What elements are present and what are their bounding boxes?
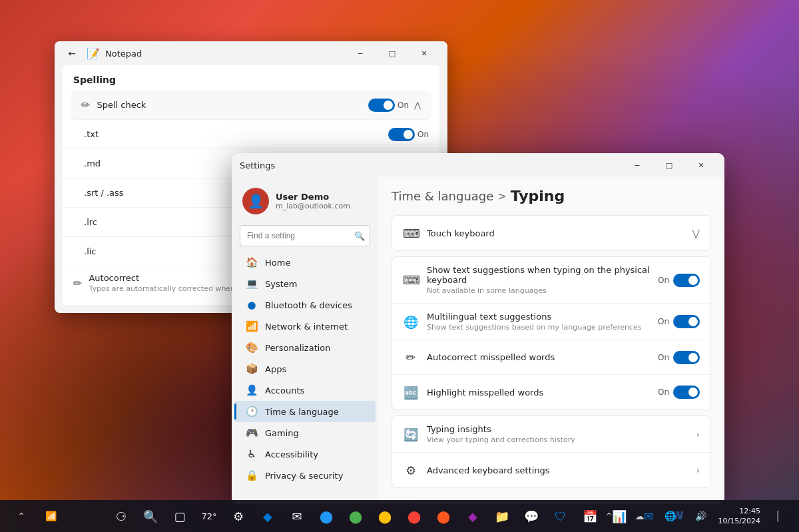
accounts-icon: 👤 (245, 384, 258, 396)
txt-toggle-track[interactable] (388, 128, 415, 141)
system-icon: 💻 (245, 278, 258, 290)
autocorrect-misspelled-row: ✏ Autocorrect misspelled words On (392, 340, 710, 375)
taskbar-network-icon[interactable]: 🌐 (657, 503, 684, 529)
taskbar-weather-icon[interactable]: 72° (196, 503, 222, 529)
close-button[interactable]: ✕ (409, 43, 439, 64)
touch-keyboard-title: Touch keyboard (427, 228, 692, 238)
sidebar-item-privacy[interactable]: 🔒 Privacy & security (234, 465, 376, 486)
sidebar-item-home[interactable]: 🏠 Home (234, 252, 376, 273)
sidebar-item-system[interactable]: 💻 System (234, 273, 376, 294)
touch-keyboard-row[interactable]: ⌨ Touch keyboard ⋁ (392, 216, 710, 250)
settings-maximize-button[interactable]: □ (654, 154, 684, 176)
sidebar-item-gaming[interactable]: 🎮 Gaming (234, 422, 376, 443)
advanced-keyboard-icon: ⚙ (403, 463, 419, 477)
taskbar-shield-icon[interactable]: 🛡 (547, 503, 574, 529)
sidebar-item-time[interactable]: 🕐 Time & language (234, 401, 376, 422)
text-suggestions-toggle-track[interactable] (673, 274, 700, 287)
taskbar-time: 12:45 (718, 506, 760, 516)
autocorrect-misspelled-toggle-track[interactable] (673, 351, 700, 364)
taskbar-start-icon[interactable]: ⚆ (108, 503, 134, 529)
maximize-button[interactable]: □ (377, 43, 407, 64)
highlight-misspelled-toggle[interactable] (673, 386, 700, 399)
autocorrect-misspelled-icon: ✏ (403, 350, 419, 364)
sidebar-item-apps[interactable]: 📦 Apps (234, 358, 376, 380)
search-input[interactable] (240, 225, 370, 246)
breadcrumb-parent[interactable]: Time & language (392, 189, 493, 203)
sidebar-item-label-time: Time & language (265, 407, 339, 417)
txt-toggle[interactable]: On (388, 128, 429, 141)
minimize-button[interactable]: − (345, 43, 376, 64)
text-suggestions-info: Show text suggestions when typing on the… (427, 265, 658, 295)
sidebar-item-label-bluetooth: Bluetooth & devices (265, 300, 352, 310)
user-info: User Demo m_lab@outlook.com (276, 192, 368, 210)
taskbar-chevron-icon[interactable]: ⌃ (8, 503, 35, 529)
autocorrect-misspelled-state: On (658, 353, 669, 362)
taskbar-red-icon[interactable]: ⬤ (401, 503, 427, 529)
advanced-keyboard-title: Advanced keyboard settings (427, 465, 696, 475)
highlight-misspelled-toggle-track[interactable] (673, 386, 700, 399)
home-icon: 🏠 (245, 256, 258, 268)
taskbar-show-desktop-icon[interactable]: │ (764, 503, 791, 529)
taskbar-left: ⌃ 📶 (8, 503, 64, 529)
taskbar-green-icon[interactable]: ⬤ (342, 503, 369, 529)
typing-insights-row[interactable]: 🔄 Typing insights View your typing and c… (392, 416, 710, 453)
taskbar-clock[interactable]: 12:45 10/15/2024 (718, 506, 760, 527)
taskbar-onedrive-icon[interactable]: ☁ (627, 503, 653, 529)
settings-close-button[interactable]: ✕ (686, 154, 716, 176)
advanced-keyboard-row[interactable]: ⚙ Advanced keyboard settings › (392, 453, 710, 487)
taskbar-folder-icon[interactable]: 📁 (489, 503, 515, 529)
taskbar-right: ⌃ ☁ 🌐 🔊 12:45 10/15/2024 │ (596, 503, 791, 529)
sidebar-item-label-home: Home (265, 258, 290, 268)
multilingual-toggle-track[interactable] (673, 315, 700, 328)
notepad-title: Notepad (105, 49, 340, 59)
autocorrect-misspelled-toggle[interactable] (673, 351, 700, 364)
sidebar-item-accounts[interactable]: 👤 Accounts (234, 380, 376, 401)
autocorrect-misspelled-toggle-thumb (688, 353, 698, 362)
multilingual-title: Multilingual text suggestions (427, 312, 658, 322)
spellcheck-state: On (398, 101, 409, 110)
multilingual-toggle[interactable] (673, 315, 700, 328)
taskbar-purple-icon[interactable]: ◆ (459, 503, 486, 529)
txt-state: On (417, 130, 429, 139)
sidebar-item-label-privacy: Privacy & security (265, 471, 343, 481)
notepad-icon: 📝 (87, 47, 100, 60)
sidebar-item-label-accounts: Accounts (265, 386, 304, 396)
sidebar-item-personalization[interactable]: 🎨 Personalization (234, 337, 376, 358)
sidebar-item-network[interactable]: 📶 Network & internet (234, 316, 376, 337)
taskbar-search-icon[interactable]: 🔍 (137, 503, 164, 529)
back-button[interactable]: ← (63, 44, 81, 63)
sidebar-item-label-accessibility: Accessibility (265, 449, 318, 459)
taskbar-network-tray-icon[interactable]: 📶 (37, 503, 64, 529)
taskbar-chat-icon[interactable]: 💬 (518, 503, 545, 529)
taskbar-overflow-icon[interactable]: ⌃ (596, 503, 623, 529)
text-suggestions-toggle[interactable] (673, 274, 700, 287)
highlight-misspelled-icon: 🔤 (403, 386, 419, 399)
taskbar-settings-icon[interactable]: ⚙ (225, 503, 252, 529)
taskbar-volume-icon[interactable]: 🔊 (688, 503, 714, 529)
taskbar-edge-icon[interactable]: ◆ (254, 503, 281, 529)
user-email: m_lab@outlook.com (276, 202, 368, 210)
taskbar-orange-icon[interactable]: ⬤ (430, 503, 457, 529)
sidebar-item-accessibility[interactable]: ♿ Accessibility (234, 443, 376, 465)
spellcheck-toggle-track[interactable] (368, 99, 395, 112)
highlight-misspelled-info: Highlight misspelled words (427, 388, 658, 398)
taskbar-task-view-icon[interactable]: ▢ (166, 503, 193, 529)
sidebar-item-label-system: System (265, 279, 297, 289)
taskbar-blue-icon[interactable]: ⬤ (313, 503, 340, 529)
text-suggestions-state: On (658, 276, 669, 285)
settings-minimize-button[interactable]: − (622, 154, 653, 176)
autocorrect-misspelled-title: Autocorrect misspelled words (427, 352, 658, 362)
taskbar-yellow-icon[interactable]: ⬤ (372, 503, 398, 529)
user-profile[interactable]: 👤 User Demo m_lab@outlook.com (232, 182, 378, 222)
typing-insights-desc: View your typing and corrections history (427, 435, 696, 444)
gaming-icon: 🎮 (245, 427, 258, 439)
text-suggestions-desc: Not available in some languages (427, 286, 658, 295)
typing-toggles-section: ⌨ Show text suggestions when typing on t… (392, 256, 711, 410)
txt-ext: .txt (84, 129, 99, 139)
sidebar-item-bluetooth[interactable]: ● Bluetooth & devices (234, 294, 376, 316)
spellcheck-toggle[interactable]: On (368, 99, 409, 112)
taskbar-mail-icon[interactable]: ✉ (284, 503, 310, 529)
text-suggestions-row: ⌨ Show text suggestions when typing on t… (392, 257, 710, 304)
spellcheck-expand-icon[interactable]: ⋀ (414, 101, 421, 110)
autocorrect-misspelled-control: On (658, 351, 700, 364)
